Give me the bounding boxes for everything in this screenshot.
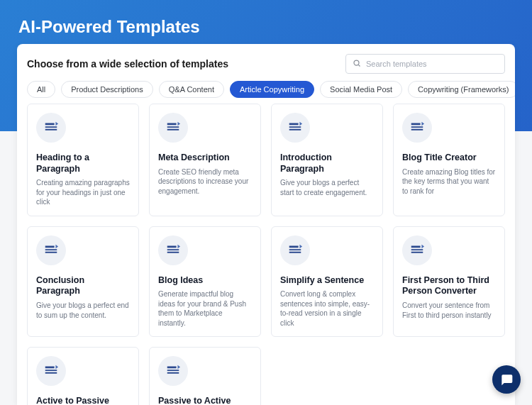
card-title: First Person to Third Person Converter	[402, 275, 496, 297]
panel-subtitle: Choose from a wide selection of template…	[27, 58, 228, 70]
document-icon	[158, 113, 188, 143]
template-card[interactable]: Active to Passive Converter	[27, 347, 139, 405]
tab-copywriting-frameworks[interactable]: Copywriting (Frameworks)	[408, 81, 515, 98]
card-title: Active to Passive Converter	[36, 396, 130, 405]
card-desc: Create amazing Blog titles for the key t…	[402, 167, 496, 196]
search-input[interactable]	[345, 54, 505, 74]
card-desc: Generate impactful blog ideas for your b…	[158, 289, 252, 328]
template-card[interactable]: Introduction Paragraph Give your blogs a…	[271, 104, 383, 216]
card-desc: Convert your sentence from First to thir…	[402, 301, 496, 320]
template-card[interactable]: Passive to Active Converter	[149, 347, 261, 405]
template-card[interactable]: Heading to a Paragraph Creating amazing …	[27, 104, 139, 216]
page-title: AI-Powered Templates	[0, 0, 532, 37]
card-title: Blog Title Creator	[402, 152, 496, 164]
card-desc: Convert long & complex sentences into si…	[280, 289, 374, 328]
card-desc: Creating amazing paragraphs for your hea…	[36, 178, 130, 207]
tab-product-descriptions[interactable]: Product Descriptions	[61, 81, 153, 98]
card-desc: Create SEO friendly meta descriptions to…	[158, 167, 252, 196]
panel-header: Choose from a wide selection of template…	[17, 44, 515, 81]
cards-scroll-area[interactable]: Heading to a Paragraph Creating amazing …	[17, 104, 515, 405]
document-icon	[402, 235, 432, 265]
template-card[interactable]: Blog Title Creator Create amazing Blog t…	[393, 104, 505, 216]
tab-article-copywriting[interactable]: Article Copywriting	[230, 81, 314, 98]
document-icon	[402, 113, 432, 143]
card-title: Blog Ideas	[158, 275, 252, 287]
search-container	[345, 54, 505, 74]
card-title: Meta Description	[158, 152, 252, 164]
card-title: Passive to Active Converter	[158, 396, 252, 405]
chat-launcher[interactable]	[492, 365, 521, 394]
document-icon	[36, 356, 66, 386]
card-desc: Give your blogs a perfect start to creat…	[280, 178, 374, 197]
card-title: Introduction Paragraph	[280, 152, 374, 174]
template-card[interactable]: Simplify a Sentence Convert long & compl…	[271, 226, 383, 338]
card-desc: Give your blogs a perfect end to sum up …	[36, 301, 130, 320]
category-tabs: All Product Descriptions Q&A Content Art…	[17, 81, 515, 104]
card-title: Simplify a Sentence	[280, 275, 374, 287]
tab-social-media-post[interactable]: Social Media Post	[320, 81, 402, 98]
document-icon	[36, 235, 66, 265]
document-icon	[280, 235, 310, 265]
template-card[interactable]: Blog Ideas Generate impactful blog ideas…	[149, 226, 261, 338]
document-icon	[36, 113, 66, 143]
chat-icon	[499, 372, 514, 387]
document-icon	[280, 113, 310, 143]
document-icon	[158, 356, 188, 386]
templates-grid: Heading to a Paragraph Creating amazing …	[27, 104, 505, 405]
document-icon	[158, 235, 188, 265]
card-title: Heading to a Paragraph	[36, 152, 130, 174]
template-card[interactable]: First Person to Third Person Converter C…	[393, 226, 505, 338]
card-title: Conclusion Paragraph	[36, 275, 130, 297]
tab-qa-content[interactable]: Q&A Content	[159, 81, 224, 98]
template-card[interactable]: Meta Description Create SEO friendly met…	[149, 104, 261, 216]
template-card[interactable]: Conclusion Paragraph Give your blogs a p…	[27, 226, 139, 338]
templates-panel: Choose from a wide selection of template…	[17, 44, 515, 405]
tab-all[interactable]: All	[27, 81, 55, 98]
